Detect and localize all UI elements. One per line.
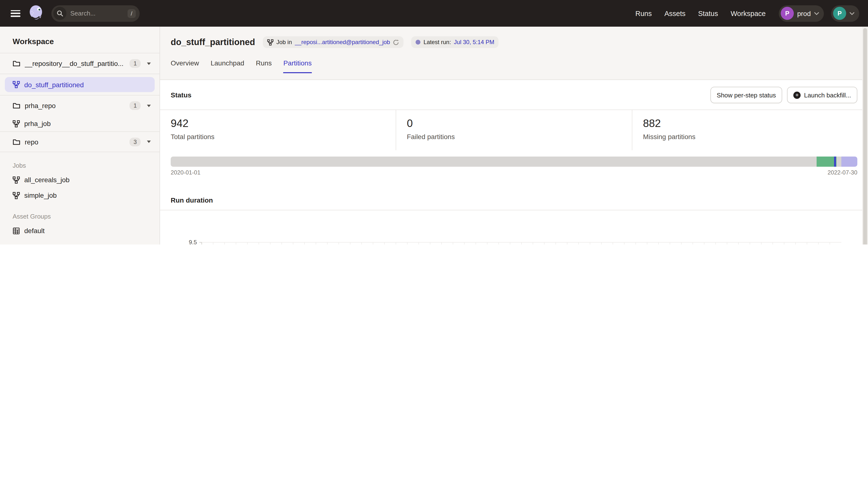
user-avatar: P	[833, 7, 846, 20]
asset-group-label: default	[24, 227, 44, 234]
partition-bar-end-date: 2022-07-30	[828, 169, 857, 176]
latest-run-label: Latest run:	[424, 39, 451, 45]
page-title: do_stuff_partitioned	[171, 37, 255, 47]
latest-run-badge: Latest run: Jul 30, 5:14 PM	[411, 36, 499, 48]
tab-partitions[interactable]: Partitions	[283, 59, 312, 73]
deployment-label: prod	[797, 9, 811, 17]
refresh-icon[interactable]	[393, 39, 399, 45]
job-icon	[267, 39, 274, 45]
bar-segment	[837, 157, 842, 167]
job-icon	[12, 176, 20, 184]
job-label: simple_job	[24, 191, 57, 199]
search-input[interactable]: Search... /	[52, 5, 140, 22]
launch-backfill-label: Launch backfill...	[804, 91, 851, 99]
run-duration-section-header: Run duration	[160, 196, 868, 210]
bar-segment	[842, 157, 857, 167]
partition-bar-labels: 2020-01-01 2022-07-30	[171, 169, 857, 176]
jobs-section-heading: Jobs	[0, 152, 159, 172]
sidebar-repo-row[interactable]: __repository__do_stuff_partitio... 1	[0, 53, 159, 74]
user-menu[interactable]: P	[831, 5, 859, 22]
tab-overview[interactable]: Overview	[171, 59, 199, 73]
partition-bar-start-date: 2020-01-01	[171, 169, 200, 176]
stat-total-partitions: 942 Total partitions	[160, 110, 396, 150]
bar-segment	[834, 157, 836, 167]
caret-down-icon[interactable]	[147, 140, 151, 143]
nav-links: Runs Assets Status Workspace	[635, 9, 766, 17]
repo-label: __repository__do_stuff_partitio...	[25, 60, 125, 67]
stat-label: Failed partitions	[407, 133, 621, 140]
top-nav-bar: Search... / Runs Assets Status Workspace…	[0, 0, 868, 27]
latest-run-link[interactable]: Jul 30, 5:14 PM	[454, 39, 494, 45]
scrollbar-thumb[interactable]	[863, 28, 867, 244]
dagster-logo-icon[interactable]	[28, 5, 44, 22]
workspace-sidebar: Workspace __repository__do_stuff_partiti…	[0, 27, 160, 244]
sidebar-item-prha-job[interactable]: prha_job	[0, 116, 159, 131]
job-label: all_cereals_job	[24, 176, 70, 184]
repo-count-badge: 1	[130, 59, 141, 68]
stat-value: 0	[407, 117, 621, 130]
folder-icon	[12, 102, 20, 109]
show-per-step-status-button[interactable]: Show per-step status	[710, 87, 782, 103]
hamburger-menu-icon[interactable]	[11, 10, 20, 17]
caret-down-icon[interactable]	[147, 104, 151, 107]
y-axis-tick-label: 9.5	[189, 239, 197, 244]
repo-label: prha_repo	[25, 102, 125, 109]
stat-label: Missing partitions	[643, 133, 857, 140]
job-label: prha_job	[24, 120, 51, 127]
tab-runs[interactable]: Runs	[256, 59, 272, 73]
sidebar-item-simple-job[interactable]: simple_job	[0, 188, 159, 203]
nav-link-runs[interactable]: Runs	[635, 9, 652, 17]
launch-backfill-button[interactable]: + Launch backfill...	[787, 87, 857, 103]
stat-missing-partitions: 882 Missing partitions	[632, 110, 868, 150]
sidebar-repo-row[interactable]: prha_repo 1	[0, 95, 159, 116]
partition-stats: 942 Total partitions 0 Failed partitions…	[160, 109, 868, 150]
sidebar-item-do-stuff-partitioned[interactable]: do_stuff_partitioned	[5, 77, 155, 92]
job-location-link[interactable]: __reposi...artitioned@partitioned_job	[295, 39, 390, 45]
sidebar-title: Workspace	[0, 27, 159, 53]
vertical-scrollbar[interactable]	[862, 27, 868, 244]
bar-segment	[171, 157, 817, 167]
main-content: do_stuff_partitioned Job in __reposi...a…	[160, 27, 868, 244]
stat-label: Total partitions	[171, 133, 385, 140]
show-per-step-status-label: Show per-step status	[717, 91, 776, 99]
status-heading: Status	[171, 91, 710, 99]
caret-down-icon[interactable]	[147, 62, 151, 65]
stat-value: 942	[171, 117, 385, 130]
job-location-badge: Job in __reposi...artitioned@partitioned…	[263, 36, 404, 48]
status-section-header: Status Show per-step status + Launch bac…	[171, 87, 857, 103]
deployment-switcher[interactable]: P prod	[779, 5, 824, 22]
job-tabs: Overview Launchpad Runs Partitions	[171, 59, 857, 73]
job-icon	[12, 192, 20, 199]
selected-job-label: do_stuff_partitioned	[24, 81, 84, 89]
asset-groups-section-heading: Asset Groups	[0, 203, 159, 223]
run-status-dot-icon	[416, 40, 421, 44]
chevron-down-icon	[849, 12, 855, 15]
nav-link-status[interactable]: Status	[698, 9, 718, 17]
search-shortcut-badge: /	[127, 9, 136, 18]
chevron-down-icon	[814, 12, 819, 15]
bar-segment	[817, 157, 834, 167]
sidebar-item-all-cereals-job[interactable]: all_cereals_job	[0, 172, 159, 188]
deployment-avatar: P	[781, 7, 794, 20]
repo-count-badge: 3	[130, 137, 141, 146]
search-icon	[53, 7, 66, 20]
tab-launchpad[interactable]: Launchpad	[211, 59, 244, 73]
sidebar-item-default-group[interactable]: default	[0, 223, 159, 238]
stat-value: 882	[643, 117, 857, 130]
folder-icon	[12, 138, 20, 145]
nav-link-assets[interactable]: Assets	[664, 9, 685, 17]
sidebar-repo-row[interactable]: repo 3	[0, 131, 159, 152]
partition-status-bar[interactable]	[171, 157, 857, 167]
plus-circle-icon: +	[793, 91, 801, 99]
run-duration-chart[interactable]: 9.59.08.58.07.57.06.56.05.52020-01-01202…	[171, 233, 857, 244]
repo-count-badge: 1	[130, 101, 141, 110]
folder-icon	[12, 60, 20, 67]
page-header: do_stuff_partitioned Job in __reposi...a…	[160, 27, 868, 80]
job-icon	[12, 120, 20, 127]
repo-label: repo	[25, 138, 125, 145]
dagster-app: Search... / Runs Assets Status Workspace…	[0, 0, 868, 244]
nav-link-workspace[interactable]: Workspace	[731, 9, 766, 17]
search-placeholder: Search...	[70, 10, 123, 17]
stat-failed-partitions: 0 Failed partitions	[396, 110, 632, 150]
asset-group-icon	[12, 227, 20, 234]
